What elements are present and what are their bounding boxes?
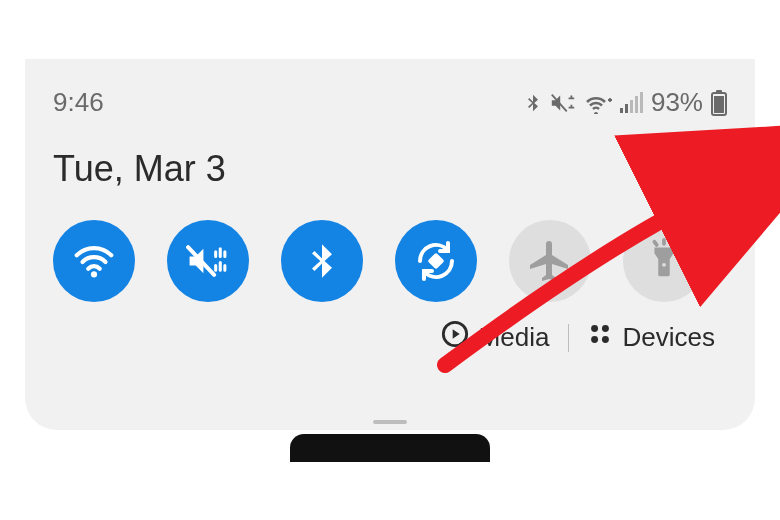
power-icon[interactable] bbox=[635, 152, 669, 186]
status-bar: 9:46 bbox=[53, 87, 727, 118]
tile-auto-rotate[interactable] bbox=[395, 220, 477, 302]
svg-rect-2 bbox=[630, 100, 633, 113]
svg-rect-3 bbox=[635, 96, 638, 113]
gear-icon[interactable] bbox=[693, 152, 727, 186]
svg-point-10 bbox=[662, 263, 666, 267]
play-icon bbox=[441, 320, 469, 355]
panel-date[interactable]: Tue, Mar 3 bbox=[53, 148, 226, 190]
svg-rect-0 bbox=[620, 108, 623, 113]
notification-panel: 9:46 bbox=[25, 59, 755, 430]
media-devices-row: Media Devices bbox=[53, 320, 727, 355]
drag-handle[interactable] bbox=[373, 420, 407, 424]
wifi-icon bbox=[583, 92, 613, 114]
tile-wifi[interactable] bbox=[53, 220, 135, 302]
battery-icon bbox=[711, 90, 727, 116]
svg-rect-9 bbox=[428, 253, 445, 270]
status-time: 9:46 bbox=[53, 87, 104, 118]
media-button[interactable]: Media bbox=[441, 320, 550, 355]
nav-bar-hint bbox=[290, 434, 490, 462]
media-label: Media bbox=[479, 322, 550, 353]
quick-tiles-row bbox=[53, 220, 727, 302]
devices-label: Devices bbox=[623, 322, 715, 353]
svg-point-12 bbox=[591, 325, 598, 332]
svg-point-13 bbox=[601, 325, 608, 332]
tile-sound-vibrate[interactable] bbox=[167, 220, 249, 302]
tile-bluetooth[interactable] bbox=[281, 220, 363, 302]
tile-airplane[interactable] bbox=[509, 220, 591, 302]
devices-button[interactable]: Devices bbox=[587, 321, 715, 354]
status-icons: 93% bbox=[523, 87, 727, 118]
signal-icon bbox=[619, 92, 643, 114]
date-row: Tue, Mar 3 bbox=[53, 148, 727, 190]
svg-rect-4 bbox=[640, 92, 643, 113]
divider bbox=[568, 324, 569, 352]
battery-percentage: 93% bbox=[651, 87, 703, 118]
tile-flashlight[interactable] bbox=[623, 220, 705, 302]
svg-rect-7 bbox=[714, 96, 724, 113]
svg-point-15 bbox=[601, 336, 608, 343]
svg-point-14 bbox=[591, 336, 598, 343]
grid-icon bbox=[587, 321, 613, 354]
svg-rect-1 bbox=[625, 104, 628, 113]
vibrate-mute-icon bbox=[549, 91, 577, 115]
svg-point-8 bbox=[91, 271, 97, 277]
bluetooth-icon bbox=[523, 90, 543, 116]
